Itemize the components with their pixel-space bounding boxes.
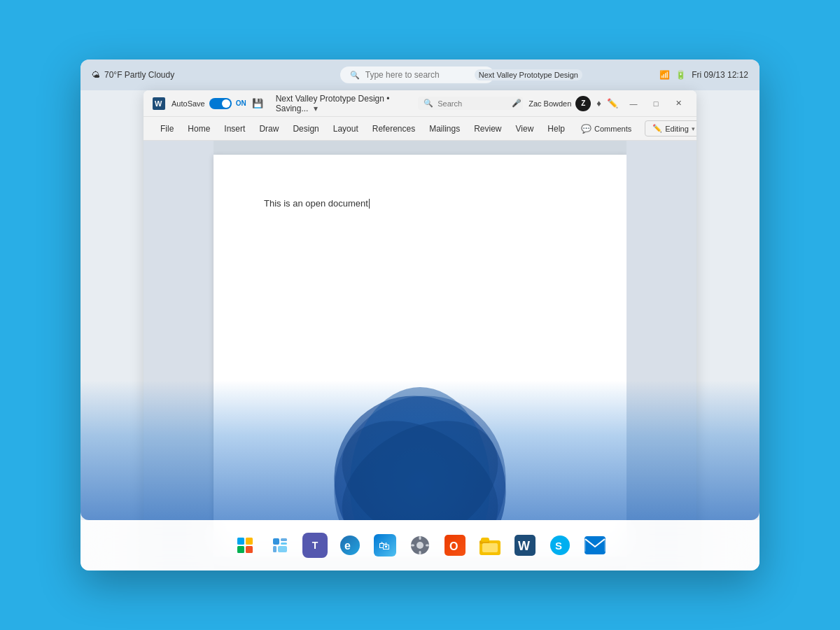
autosave-label: AutoSave [172,99,205,108]
svg-rect-8 [246,538,253,545]
word-search-icon: 🔍 [424,99,433,108]
word-logo-icon: W [152,97,166,111]
svg-rect-36 [584,536,606,554]
ribbon-insert[interactable]: Insert [218,121,251,136]
windows-topbar: 🌤 70°F Partly Cloudy 🔍 Next Valley Proto… [80,59,760,90]
svg-text:e: e [344,540,351,552]
svg-rect-9 [237,546,244,553]
user-section: Zac Bowden Z [528,96,591,111]
editing-dropdown-icon: ▾ [692,125,695,132]
search-icon: 🔍 [350,71,360,80]
pen-icon[interactable]: ✏️ [607,98,618,108]
active-app-label: Next Valley Prototype Design [475,69,582,80]
document-title-text: Next Valley Prototype Design • Saving... [276,94,390,113]
svg-rect-24 [411,545,414,547]
autosave-toggle[interactable] [209,98,232,109]
svg-text:S: S [555,540,562,552]
word-titlebar: W AutoSave ON 💾 Next Valley Prototype De… [144,90,696,117]
desktop-window: 🌤 70°F Partly Cloudy 🔍 Next Valley Proto… [80,59,760,570]
svg-rect-11 [273,538,279,545]
ribbon-view[interactable]: View [510,121,540,136]
widgets-button[interactable] [265,530,295,561]
ribbon-draw[interactable]: Draw [253,121,284,136]
datetime-display: Fri 09/13 12:12 [692,70,748,80]
ribbon-review[interactable]: Review [468,121,507,136]
word-search-input[interactable] [438,99,507,108]
ribbon-help[interactable]: Help [542,121,570,136]
skype-button[interactable]: S [545,530,575,561]
svg-point-21 [416,542,424,549]
svg-text:W: W [518,539,530,553]
comments-icon: 💬 [581,124,592,134]
document-text: This is an open document [264,198,368,209]
desktop-content: W AutoSave ON 💾 Next Valley Prototype De… [80,90,760,570]
weather-widget: 🌤 70°F Partly Cloudy [92,70,174,80]
user-avatar[interactable]: Z [575,96,591,111]
editing-label: Editing [665,125,689,133]
maximize-button[interactable]: □ [646,96,666,111]
weather-text: 70°F Partly Cloudy [104,70,174,80]
comments-button[interactable]: 💬 Comments [573,120,639,137]
document-title: Next Valley Prototype Design • Saving...… [269,94,413,113]
office-button[interactable]: O [440,530,470,561]
text-cursor [369,199,370,209]
svg-rect-22 [419,536,421,540]
cloud-save-icon: 💾 [252,98,263,108]
designer-icon[interactable]: ♦ [596,98,601,108]
svg-rect-7 [237,538,244,545]
editing-pen-icon: ✏️ [652,124,662,133]
comments-label: Comments [594,125,631,133]
edge-button[interactable]: e [335,530,365,561]
window-controls: — □ ✕ [624,96,688,111]
svg-rect-31 [482,543,498,552]
system-tray: 📶 🔋 Fri 09/13 12:12 [659,70,748,80]
mail-button[interactable] [580,530,610,561]
minimize-button[interactable]: — [624,96,643,111]
word-ribbon: File Home Insert Draw Design Layout Refe… [144,117,696,141]
teams-icon: T [302,533,328,558]
svg-rect-25 [426,545,429,547]
ribbon-references[interactable]: References [367,121,421,136]
settings-button[interactable] [405,530,435,561]
autosave-state: ON [236,99,246,107]
svg-text:O: O [449,540,458,552]
wifi-icon: 📶 [659,70,670,80]
teams-button[interactable]: T [300,530,330,561]
user-initial: Z [581,99,585,107]
svg-text:W: W [155,99,162,108]
title-dropdown-icon[interactable]: ▾ [314,104,318,113]
taskbar: T e [80,520,760,570]
store-button[interactable]: 🛍 [370,530,400,561]
svg-rect-14 [273,546,276,552]
editing-button[interactable]: ✏️ Editing ▾ [645,120,696,136]
start-button[interactable] [230,530,260,561]
svg-rect-30 [481,538,489,542]
ribbon-right-controls: 💬 Comments ✏️ Editing ▾ ↑ Share ▾ 📌 [573,120,696,137]
ribbon-mailings[interactable]: Mailings [424,121,465,136]
battery-icon: 🔋 [676,70,686,80]
taskbar-search-wrap[interactable]: 🔍 Next Valley Prototype Design [340,66,494,83]
svg-rect-23 [419,551,421,554]
user-name: Zac Bowden [528,99,571,108]
wallpaper-area [80,380,760,520]
word-search-box[interactable]: 🔍 🎤 [418,97,523,110]
svg-rect-12 [281,538,287,541]
ribbon-layout[interactable]: Layout [328,121,364,136]
svg-rect-13 [281,542,287,545]
svg-text:🛍: 🛍 [379,540,390,552]
ribbon-home[interactable]: Home [182,121,216,136]
close-button[interactable]: ✕ [668,96,688,111]
taskbar-search-input[interactable] [365,70,463,80]
word-content-area[interactable]: This is an open document [264,197,576,211]
ribbon-file[interactable]: File [155,121,179,136]
svg-rect-10 [246,546,253,553]
ribbon-design[interactable]: Design [287,121,324,136]
taskbar-search-area: 🔍 Next Valley Prototype Design [183,66,651,83]
autosave-section: AutoSave ON [172,98,246,109]
explorer-button[interactable] [475,530,505,561]
svg-rect-15 [278,546,287,552]
word-taskbar-button[interactable]: W [510,530,540,561]
mic-icon: 🎤 [512,99,522,108]
weather-icon: 🌤 [92,70,100,80]
